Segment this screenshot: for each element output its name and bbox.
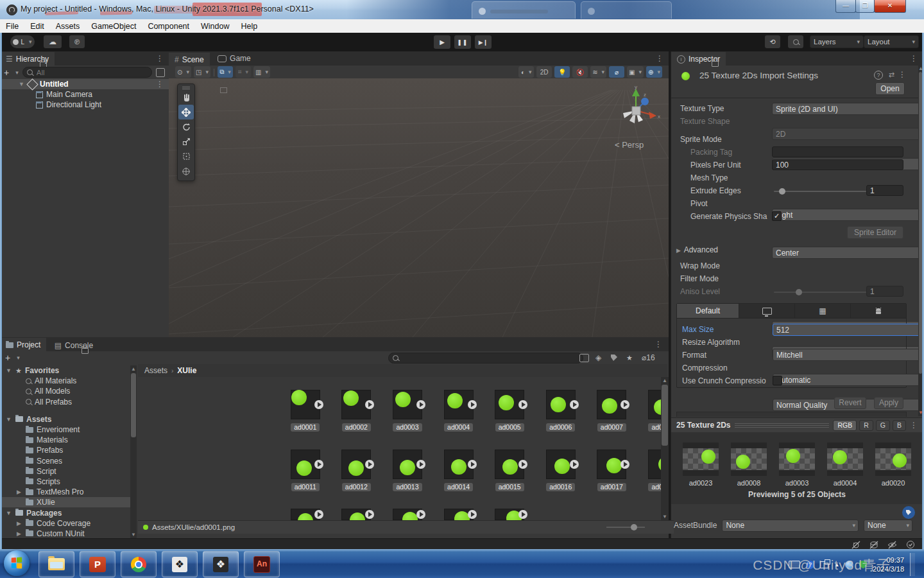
- asset-item-ad0004[interactable]: ad0004: [433, 390, 484, 432]
- asset-thumbnail[interactable]: [546, 450, 576, 479]
- asset-thumbnail[interactable]: [444, 390, 474, 419]
- menu-assets[interactable]: Assets: [50, 22, 86, 31]
- minimize-button[interactable]: —: [835, 0, 856, 13]
- hidden-count-toggle[interactable]: ⌀16: [642, 353, 655, 362]
- asset-thumbnail[interactable]: [291, 390, 320, 419]
- kebab-menu-icon[interactable]: ⋮: [910, 421, 918, 430]
- scene-picker-icon[interactable]: [156, 68, 165, 77]
- tree-item-xulie[interactable]: XUlie: [0, 497, 130, 507]
- tree-item-code-coverage[interactable]: ▶Code Coverage: [0, 518, 130, 529]
- asset-thumbnail[interactable]: [648, 450, 661, 479]
- tree-item-scripts[interactable]: Scripts: [0, 477, 130, 487]
- taskbar-powerpoint-button[interactable]: P: [80, 551, 116, 577]
- platform-tab-android[interactable]: [850, 304, 906, 318]
- measure-dropdown[interactable]: ▥▾: [253, 66, 270, 78]
- plastic-scm-button[interactable]: ℗: [69, 35, 85, 48]
- tree-item-custom-nunit[interactable]: ▶Custom NUnit: [0, 529, 130, 538]
- scene-visibility-button[interactable]: ⌀: [609, 66, 624, 78]
- hierarchy-item-main-camera[interactable]: Main Camera: [0, 89, 169, 100]
- scale-tool-button[interactable]: [178, 134, 194, 149]
- asset-thumbnail[interactable]: [341, 450, 371, 479]
- mesh-type-dropdown[interactable]: Tight▾: [772, 209, 924, 221]
- collab-icon[interactable]: [869, 541, 878, 549]
- account-button[interactable]: L ▾: [10, 35, 35, 48]
- snap-increment-dropdown[interactable]: ⌗▾: [235, 66, 251, 78]
- asset-item-ad0008[interactable]: ad0008: [637, 390, 661, 432]
- open-in-new-window-icon[interactable]: [579, 354, 589, 362]
- asset-thumbnail[interactable]: [393, 390, 422, 419]
- tree-item-assets[interactable]: ▼Assets: [0, 414, 130, 425]
- kebab-menu-icon[interactable]: ⋮: [156, 54, 164, 63]
- tree-item-packages[interactable]: ▼Packages: [0, 507, 130, 518]
- z-axis-cone[interactable]: [641, 98, 649, 105]
- expand-sprite-icon[interactable]: [620, 460, 629, 469]
- asset-label[interactable]: ad0006: [546, 423, 575, 432]
- expand-sprite-icon[interactable]: [468, 460, 477, 469]
- shading-mode-dropdown[interactable]: ◳▾: [194, 66, 210, 78]
- packing-tag-field[interactable]: [772, 146, 903, 157]
- use-crunch-checkbox[interactable]: [773, 376, 782, 385]
- tab-project[interactable]: Project: [0, 337, 46, 352]
- tool-settings-dropdown[interactable]: ⊙▾: [175, 66, 191, 78]
- asset-item-ad0025[interactable]: [484, 509, 535, 520]
- search-by-type-icon[interactable]: ◈: [595, 353, 601, 362]
- tree-item-materials[interactable]: Materials: [0, 435, 130, 445]
- asset-thumbnail[interactable]: [597, 390, 626, 419]
- expand-sprite-icon[interactable]: [365, 460, 374, 469]
- foldout-open-icon[interactable]: ▼: [5, 510, 12, 516]
- slider-knob[interactable]: [779, 188, 785, 195]
- pixels-per-unit-field[interactable]: 100: [772, 159, 903, 170]
- kebab-menu-icon[interactable]: ⋮: [656, 54, 663, 63]
- tree-item-prefabs[interactable]: Prefabs: [0, 445, 130, 455]
- transform-tool-button[interactable]: [178, 164, 194, 179]
- add-object-button[interactable]: +: [4, 67, 9, 78]
- kebab-menu-icon[interactable]: ⋮: [156, 80, 164, 89]
- security-shield-tray-icon[interactable]: [859, 561, 867, 569]
- taskbar-explorer-button[interactable]: [38, 551, 74, 577]
- saved-search-star-icon[interactable]: ★: [626, 354, 633, 362]
- breadcrumb-current[interactable]: XUlie: [177, 366, 196, 375]
- asset-item-ad0013[interactable]: ad0013: [382, 450, 433, 491]
- asset-thumbnail[interactable]: [597, 450, 626, 479]
- step-button[interactable]: ▶❙: [475, 35, 492, 49]
- tree-item-enverioment[interactable]: Enverioment: [0, 425, 130, 435]
- asset-thumbnail[interactable]: [495, 509, 524, 520]
- breadcrumb-root[interactable]: Assets: [144, 366, 167, 375]
- pause-button[interactable]: ❚❚: [454, 35, 471, 49]
- expand-sprite-icon[interactable]: [416, 400, 425, 409]
- scene-lighting-button[interactable]: 💡: [554, 66, 570, 78]
- asset-item-ad0007[interactable]: ad0007: [586, 390, 638, 432]
- tree-item-scenes[interactable]: Scenes: [0, 456, 130, 466]
- slider-knob[interactable]: [631, 524, 637, 530]
- foldout-closed-icon[interactable]: ▶: [15, 520, 22, 527]
- asset-thumbnail[interactable]: [393, 509, 422, 520]
- expand-sprite-icon[interactable]: [365, 510, 374, 519]
- asset-label[interactable]: ad0003: [393, 423, 422, 432]
- expand-sprite-icon[interactable]: [314, 460, 323, 469]
- asset-item-ad0014[interactable]: ad0014: [433, 450, 484, 491]
- asset-label[interactable]: ad0012: [342, 483, 371, 491]
- tab-game[interactable]: Game: [212, 51, 257, 66]
- expand-sprite-icon[interactable]: [314, 510, 323, 519]
- perspective-label[interactable]: < Persp: [615, 140, 644, 150]
- rect-tool-button[interactable]: [178, 149, 194, 164]
- asset-label[interactable]: ad0011: [291, 483, 320, 491]
- play-button[interactable]: ▶: [434, 35, 450, 49]
- asset-thumbnail[interactable]: [341, 390, 371, 419]
- foldout-closed-icon[interactable]: ▶: [15, 489, 22, 495]
- foldout-closed-icon[interactable]: ▶: [15, 530, 22, 537]
- tree-item-textmesh-pro[interactable]: ▶TextMesh Pro: [0, 487, 130, 497]
- asset-label[interactable]: ad0016: [546, 483, 575, 491]
- assetbundle-variant-dropdown[interactable]: None▾: [864, 520, 912, 532]
- project-search-input[interactable]: [401, 353, 579, 362]
- camera-settings-dropdown[interactable]: ▣▾: [627, 66, 644, 78]
- scene-viewport[interactable]: y x z < Persp: [169, 78, 669, 337]
- platform-tab-default[interactable]: Default: [677, 304, 739, 318]
- tree-item-all-prefabs[interactable]: All Prefabs: [0, 397, 130, 407]
- asset-thumbnail[interactable]: [393, 450, 422, 479]
- asset-label[interactable]: ad0004: [444, 423, 473, 432]
- menu-gameobject[interactable]: GameObject: [85, 22, 142, 31]
- tree-item-script[interactable]: Script: [0, 466, 130, 477]
- pivot-dropdown[interactable]: Center▾: [772, 247, 924, 259]
- kebab-menu-icon[interactable]: ⋮: [654, 340, 662, 349]
